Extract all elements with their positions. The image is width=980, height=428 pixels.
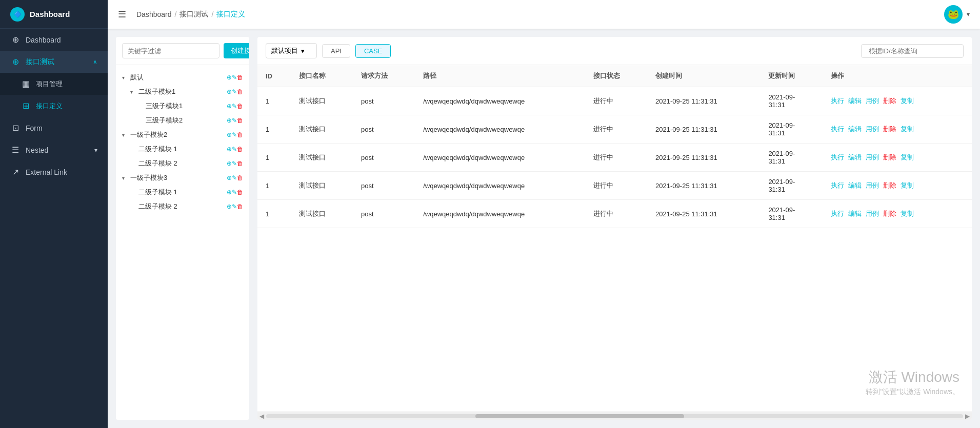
action-执行-button[interactable]: 执行 xyxy=(831,97,844,105)
tree-delete-sub2-2a[interactable]: 🗑 xyxy=(237,160,243,167)
col-created: 创建时间 xyxy=(647,65,760,87)
scrollbar-left-arrow[interactable]: ◀ xyxy=(259,413,264,420)
action-用例-button[interactable]: 用例 xyxy=(866,97,879,105)
tree-edit-sub1-2[interactable]: ✎ xyxy=(232,131,237,138)
tree-copy-sub3-2[interactable]: ⊕ xyxy=(227,117,232,124)
tree-node-row-sub2-2a[interactable]: 二级子模块 2 ⊕ ✎ 🗑 xyxy=(124,156,249,171)
tree-delete-sub2-1b[interactable]: 🗑 xyxy=(237,189,243,196)
action-用例-button[interactable]: 用例 xyxy=(866,125,879,133)
tree-copy-sub3-1[interactable]: ⊕ xyxy=(227,103,232,110)
action-删除-button[interactable]: 删除 xyxy=(883,153,896,161)
action-复制-button[interactable]: 复制 xyxy=(901,153,914,161)
sidebar-item-interface-def[interactable]: ⊞ 接口定义 xyxy=(0,95,108,117)
action-执行-button[interactable]: 执行 xyxy=(831,153,844,161)
menu-toggle-icon[interactable]: ☰ xyxy=(118,9,126,20)
tree-edit-default[interactable]: ✎ xyxy=(232,74,237,81)
tree-node-row-sub2-1b[interactable]: 二级子模块 1 ⊕ ✎ 🗑 xyxy=(124,185,249,199)
tree-copy-sub2-2a[interactable]: ⊕ xyxy=(227,160,232,167)
tree-node-row-sub2-2b[interactable]: 二级子模块 2 ⊕ ✎ 🗑 xyxy=(124,199,249,214)
avatar[interactable]: 🐸 xyxy=(944,5,963,24)
action-执行-button[interactable]: 执行 xyxy=(831,210,844,217)
tree-edit-sub2-1[interactable]: ✎ xyxy=(232,88,237,95)
cell-status: 进行中 xyxy=(585,144,647,172)
tree-label-sub1-3: 一级子模块3 xyxy=(130,173,227,182)
breadcrumb-dashboard[interactable]: Dashboard xyxy=(136,10,172,18)
tree-copy-sub2-2b[interactable]: ⊕ xyxy=(227,203,232,210)
avatar-dropdown-icon[interactable]: ▾ xyxy=(967,11,970,18)
action-删除-button[interactable]: 删除 xyxy=(883,125,896,133)
tree-node-row-default[interactable]: ▾ 默认 ⊕ ✎ 🗑 xyxy=(116,70,249,85)
tree-delete-sub1-2[interactable]: 🗑 xyxy=(237,131,243,138)
sidebar-item-nested[interactable]: ☰ Nested ▾ xyxy=(0,139,108,161)
sidebar: 🔷 Dashboard ⊕ Dashboard ⊕ 接口测试 ∧ ▦ 项目管理 … xyxy=(0,0,108,428)
cell-method: post xyxy=(353,87,415,115)
tree-edit-sub1-3[interactable]: ✎ xyxy=(232,174,237,181)
project-select[interactable]: 默认项目 ▾ xyxy=(266,43,317,58)
action-删除-button[interactable]: 删除 xyxy=(883,210,896,217)
action-编辑-button[interactable]: 编辑 xyxy=(848,210,862,217)
action-用例-button[interactable]: 用例 xyxy=(866,210,879,217)
breadcrumb-interface-test[interactable]: 接口测试 xyxy=(179,10,208,19)
tree-edit-sub2-2b[interactable]: ✎ xyxy=(232,203,237,210)
sidebar-item-project-manage[interactable]: ▦ 项目管理 xyxy=(0,73,108,95)
tree-copy-sub2-1b[interactable]: ⊕ xyxy=(227,189,232,196)
keyword-filter-input[interactable] xyxy=(122,43,219,58)
tree-arrow-sub2-1: ▾ xyxy=(130,89,137,95)
tree-delete-sub2-1[interactable]: 🗑 xyxy=(237,88,243,95)
action-执行-button[interactable]: 执行 xyxy=(831,125,844,133)
tree-copy-sub2-1a[interactable]: ⊕ xyxy=(227,146,232,153)
action-删除-button[interactable]: 删除 xyxy=(883,97,896,105)
tab-case-button[interactable]: CASE xyxy=(355,44,391,58)
tree-node-row-sub3-2[interactable]: 三级子模块2 ⊕ ✎ 🗑 xyxy=(131,113,249,128)
tree-node-row-sub3-1[interactable]: 三级子模块1 ⊕ ✎ 🗑 xyxy=(131,99,249,113)
sidebar-item-form[interactable]: ⊡ Form xyxy=(0,117,108,139)
tree-edit-sub2-1b[interactable]: ✎ xyxy=(232,189,237,196)
create-interface-button[interactable]: 创建接口 xyxy=(224,43,249,58)
interface-table: ID 接口名称 请求方法 路径 接口状态 创建时间 更新时间 操作 1 测试接口… xyxy=(257,65,972,228)
tree-copy-sub2-1[interactable]: ⊕ xyxy=(227,88,232,95)
tree-delete-sub2-2b[interactable]: 🗑 xyxy=(237,203,243,210)
action-用例-button[interactable]: 用例 xyxy=(866,153,879,161)
table-scrollbar[interactable]: ◀ ▶ xyxy=(257,412,972,420)
tree-edit-sub2-2a[interactable]: ✎ xyxy=(232,160,237,167)
action-复制-button[interactable]: 复制 xyxy=(901,125,914,133)
sidebar-item-interface-test[interactable]: ⊕ 接口测试 ∧ xyxy=(0,51,108,73)
tree-delete-sub2-1a[interactable]: 🗑 xyxy=(237,146,243,153)
tree-node-row-sub1-2[interactable]: ▾ 一级子模块2 ⊕ ✎ 🗑 xyxy=(116,128,249,142)
expand-arrow-icon: ∧ xyxy=(93,58,97,66)
action-编辑-button[interactable]: 编辑 xyxy=(848,97,862,105)
breadcrumb-interface-def[interactable]: 接口定义 xyxy=(216,10,245,19)
cell-created: 2021-09-25 11:31:31 xyxy=(647,144,760,172)
sidebar-logo: 🔷 Dashboard xyxy=(0,0,108,29)
form-icon: ⊡ xyxy=(10,123,21,133)
tree-node-row-sub1-3[interactable]: ▾ 一级子模块3 ⊕ ✎ 🗑 xyxy=(116,171,249,185)
action-复制-button[interactable]: 复制 xyxy=(901,97,914,105)
action-编辑-button[interactable]: 编辑 xyxy=(848,125,862,133)
tree-copy-default[interactable]: ⊕ xyxy=(227,74,232,81)
tree-delete-sub3-2[interactable]: 🗑 xyxy=(237,117,243,124)
action-用例-button[interactable]: 用例 xyxy=(866,181,879,189)
scrollbar-right-arrow[interactable]: ▶ xyxy=(965,413,970,420)
action-执行-button[interactable]: 执行 xyxy=(831,181,844,189)
action-编辑-button[interactable]: 编辑 xyxy=(848,181,862,189)
tree-node-row-sub2-1a[interactable]: 二级子模块 1 ⊕ ✎ 🗑 xyxy=(124,142,249,156)
cell-name: 测试接口 xyxy=(291,172,353,200)
search-by-id-name-input[interactable] xyxy=(861,44,964,58)
action-复制-button[interactable]: 复制 xyxy=(901,210,914,217)
tree-label-sub2-1b: 二级子模块 1 xyxy=(138,188,227,197)
action-删除-button[interactable]: 删除 xyxy=(883,181,896,189)
sidebar-item-external-link[interactable]: ↗ External Link xyxy=(0,161,108,183)
tree-edit-sub2-1a[interactable]: ✎ xyxy=(232,146,237,153)
action-编辑-button[interactable]: 编辑 xyxy=(848,153,862,161)
sidebar-item-dashboard[interactable]: ⊕ Dashboard xyxy=(0,29,108,51)
tree-delete-sub3-1[interactable]: 🗑 xyxy=(237,103,243,110)
tree-edit-sub3-2[interactable]: ✎ xyxy=(232,117,237,124)
tree-copy-sub1-3[interactable]: ⊕ xyxy=(227,174,232,181)
tree-copy-sub1-2[interactable]: ⊕ xyxy=(227,131,232,138)
tree-delete-default[interactable]: 🗑 xyxy=(237,74,243,81)
tree-edit-sub3-1[interactable]: ✎ xyxy=(232,103,237,110)
tab-api-button[interactable]: API xyxy=(322,44,350,58)
action-复制-button[interactable]: 复制 xyxy=(901,181,914,189)
tree-node-row-sub2-1[interactable]: ▾ 二级子模块1 ⊕ ✎ 🗑 xyxy=(124,85,249,99)
tree-delete-sub1-3[interactable]: 🗑 xyxy=(237,174,243,181)
